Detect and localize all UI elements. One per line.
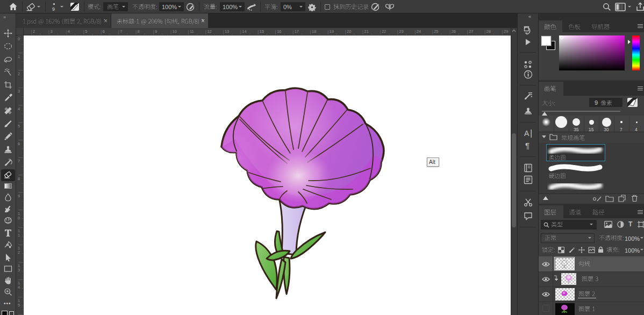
svg-text:18: 18 — [312, 29, 316, 34]
svg-text:17: 17 — [295, 29, 299, 34]
svg-text:2: 2 — [18, 71, 20, 76]
svg-text:22: 22 — [382, 29, 386, 34]
svg-text:0: 0 — [18, 216, 20, 220]
svg-text:19: 19 — [330, 29, 334, 34]
svg-text:28: 28 — [486, 29, 491, 34]
svg-text:11: 11 — [190, 29, 194, 34]
svg-text:3: 3 — [18, 268, 20, 273]
svg-text:13: 13 — [225, 29, 229, 34]
svg-text:6: 6 — [103, 29, 105, 34]
svg-text:9: 9 — [18, 194, 20, 198]
svg-text:5: 5 — [18, 124, 20, 128]
svg-text:29: 29 — [504, 29, 508, 34]
svg-text:20: 20 — [347, 29, 351, 34]
svg-text:14: 14 — [242, 29, 246, 34]
svg-text:16: 16 — [277, 29, 281, 34]
svg-text:¶: ¶ — [525, 141, 529, 150]
svg-text:4: 4 — [18, 106, 20, 111]
svg-text:7: 7 — [120, 29, 122, 34]
svg-text:3: 3 — [18, 89, 20, 94]
svg-text:26: 26 — [452, 29, 456, 34]
svg-text:2: 2 — [33, 29, 35, 34]
svg-text:2: 2 — [18, 250, 20, 255]
svg-text:25: 25 — [434, 29, 438, 34]
svg-text:0: 0 — [18, 37, 20, 41]
svg-text:27: 27 — [469, 29, 473, 34]
svg-text:10: 10 — [173, 29, 177, 34]
svg-text:4: 4 — [18, 285, 20, 290]
svg-text:1: 1 — [18, 54, 20, 59]
svg-text:5: 5 — [85, 29, 87, 34]
svg-text:24: 24 — [417, 29, 421, 34]
svg-text:15: 15 — [260, 29, 264, 34]
svg-text:21: 21 — [364, 29, 369, 34]
svg-text:12: 12 — [207, 29, 211, 34]
svg-text:5: 5 — [18, 303, 20, 307]
svg-text:8: 8 — [18, 176, 20, 181]
svg-text:1: 1 — [18, 233, 20, 238]
svg-text:6: 6 — [18, 141, 20, 146]
svg-text:3: 3 — [50, 29, 52, 34]
svg-text:8: 8 — [138, 29, 140, 34]
svg-text:23: 23 — [399, 29, 403, 34]
svg-text:A: A — [524, 129, 529, 138]
svg-text:9: 9 — [155, 29, 157, 34]
svg-text:4: 4 — [68, 29, 70, 34]
svg-text:7: 7 — [18, 159, 20, 163]
